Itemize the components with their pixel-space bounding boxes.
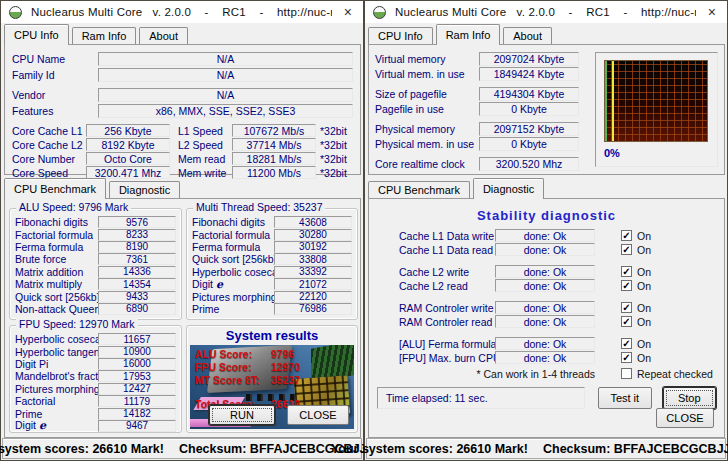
- status-field: done: Ok: [495, 243, 595, 256]
- test-it-button[interactable]: Test it: [598, 387, 652, 409]
- ram-row: Pagefile in use0 Kbyte: [375, 102, 587, 116]
- benchmark-row: Non-attack Queens6890: [10, 303, 181, 315]
- metric-value: 33808: [274, 253, 352, 265]
- ram-value: 1849424 Kbyte: [479, 67, 579, 81]
- metric-value: 76986: [274, 303, 352, 315]
- close-icon[interactable]: ×: [341, 5, 355, 19]
- metric-value: 21072: [274, 278, 352, 290]
- metric-value: 14336: [98, 266, 176, 278]
- benchmark-row: Brute force7361: [10, 253, 181, 265]
- alu-speed-group: ALU Speed: 9796 Mark Fibonachi digits957…: [9, 208, 182, 320]
- main-tabstrip: CPU Info Ram Info About: [1, 23, 363, 44]
- window-title: Nuclearus Multi Core v. 2.0.0 - RC1 - ht…: [395, 6, 696, 18]
- on-checkbox-checked[interactable]: ✓: [621, 244, 632, 255]
- speed-value: 11200 Mb/s: [232, 166, 316, 179]
- usage-trace-green: [605, 61, 607, 141]
- usage-trace-yellow: [612, 61, 614, 141]
- speed-value: 18281 Mb/s: [232, 152, 316, 165]
- benchmark-row: Hyperbolic cosecant11657: [10, 333, 181, 345]
- repeat-checkbox-unchecked[interactable]: [621, 368, 632, 379]
- metric-value: 8233: [98, 229, 176, 241]
- time-elapsed-field: Time elapsed: 11 sec.: [377, 387, 585, 409]
- status-bar: Your system scores: 26610 Mark! Checksum…: [366, 438, 726, 459]
- perf-value: 256 Kbyte: [86, 124, 170, 137]
- speed-label: L1 Speed: [178, 125, 232, 137]
- tab-diagnostic[interactable]: Diagnostic: [109, 181, 180, 198]
- metric-value: 9433: [98, 291, 176, 303]
- benchmark-row: Ferma formula30192: [187, 241, 357, 253]
- tab-ram-info[interactable]: Ram Info: [436, 24, 501, 45]
- cpu-info-panel: CPU Name N/A Family Id N/A Vendor N/A Fe…: [4, 44, 361, 175]
- alu-group-title: ALU Speed: 9796 Mark: [16, 201, 131, 213]
- window-ram-info: Nuclearus Multi Core v. 2.0.0 - RC1 - ht…: [364, 0, 728, 461]
- ram-value: 2097024 Kbyte: [479, 52, 579, 66]
- close-icon[interactable]: ×: [705, 5, 719, 19]
- metric-value: 8190: [98, 241, 176, 253]
- tab-cpu-info[interactable]: CPU Info: [4, 24, 69, 45]
- status-field: done: Ok: [495, 265, 595, 278]
- app-icon: [9, 6, 22, 19]
- status-field: done: Ok: [495, 301, 595, 314]
- on-checkbox-checked[interactable]: ✓: [621, 280, 632, 291]
- tab-cpu-info[interactable]: CPU Info: [368, 27, 433, 44]
- on-checkbox-checked[interactable]: ✓: [621, 338, 632, 349]
- speed-label: Mem read: [178, 153, 232, 165]
- tab-about[interactable]: About: [139, 27, 188, 44]
- on-checkbox-checked[interactable]: ✓: [621, 302, 632, 313]
- bit-label: *32bit: [320, 139, 347, 151]
- status-field: done: Ok: [495, 351, 595, 364]
- fpu-speed-group: FPU Speed: 12970 Mark Hyperbolic cosecan…: [9, 325, 182, 433]
- metric-value: 11657: [98, 333, 176, 345]
- titlebar: Nuclearus Multi Core v. 2.0.0 - RC1 - ht…: [1, 1, 363, 23]
- on-checkbox-checked[interactable]: ✓: [621, 352, 632, 363]
- benchmark-close-button[interactable]: CLOSE: [287, 405, 349, 425]
- mt-group-title: Multi Thread Speed: 35237: [193, 201, 325, 213]
- benchmark-row: Prime76986: [187, 303, 357, 315]
- ram-value: 3200.520 Mhz: [479, 157, 579, 171]
- metric-value: 17953: [98, 370, 176, 382]
- euler-e-glyph: e: [39, 419, 46, 432]
- ram-row: Core realtime clock3200.520 Mhz: [375, 157, 587, 171]
- run-button[interactable]: RUN: [209, 405, 275, 425]
- repeat-checked-label: Repeat checked: [637, 368, 713, 380]
- status-field: done: Ok: [495, 229, 595, 242]
- checksum-text: Checksum: BFFAJCEBCGCBJJ.DAB: [543, 442, 728, 456]
- stop-button[interactable]: Stop: [663, 387, 717, 409]
- diagnostic-row: Cache L1 Data write done: Ok ✓On: [399, 229, 724, 242]
- threads-footnote: * Can work in 1-4 threads: [399, 368, 595, 380]
- footnote-row: * Can work in 1-4 threads Repeat checked: [399, 367, 724, 380]
- sub-tabstrip: CPU Benchmark Diagnostic: [365, 177, 547, 198]
- tab-about[interactable]: About: [503, 27, 552, 44]
- tab-cpu-benchmark[interactable]: CPU Benchmark: [368, 181, 470, 198]
- ram-usage-heatgrid: [604, 60, 708, 142]
- window-title: Nuclearus Multi Core v. 2.0.0 - RC1 - ht…: [31, 6, 332, 18]
- perf-value: Octo Core: [86, 152, 170, 165]
- time-row: Time elapsed: 11 sec. Test it Stop: [377, 387, 716, 409]
- main-tabstrip: CPU Info Ram Info About: [365, 23, 727, 44]
- metric-value: 14182: [98, 408, 176, 420]
- diagnostic-row: Cache L1 Data read done: Ok ✓On: [399, 243, 724, 256]
- mt-score-line: MT Score 8T:35237: [195, 374, 300, 387]
- diagnostic-row: RAM Controler write done: Ok ✓On: [399, 301, 724, 314]
- tab-diagnostic[interactable]: Diagnostic: [473, 178, 544, 199]
- ram-row: Virtual mem. in use1849424 Kbyte: [375, 67, 587, 81]
- on-checkbox-checked[interactable]: ✓: [621, 230, 632, 241]
- cpu-name-value: N/A: [98, 52, 353, 66]
- fpu-score-line: FPU Score:12970: [195, 361, 300, 374]
- metric-value: 11179: [98, 395, 176, 407]
- system-score-text: Your system scores: 26610 Mark!: [0, 442, 164, 456]
- benchmark-row: Quick sort [256kb]9433: [10, 290, 181, 302]
- app-icon: [373, 6, 386, 19]
- tab-cpu-benchmark[interactable]: CPU Benchmark: [4, 178, 106, 199]
- tab-ram-info[interactable]: Ram Info: [72, 27, 137, 44]
- diagnostic-row: [ALU] Ferma formula done: Ok ✓On: [399, 337, 724, 350]
- on-checkbox-checked[interactable]: ✓: [621, 266, 632, 277]
- metric-value: 9576: [98, 216, 176, 228]
- perf-row: Core Cache L1 256 Kbyte L1 Speed 107672 …: [12, 124, 353, 137]
- vendor-value: N/A: [98, 88, 353, 102]
- speed-label: Mem write: [178, 167, 232, 179]
- metric-value: 43608: [274, 216, 352, 228]
- benchmark-panel: ALU Speed: 9796 Mark Fibonachi digits957…: [4, 198, 361, 438]
- on-checkbox-checked[interactable]: ✓: [621, 316, 632, 327]
- diagnostic-close-button[interactable]: CLOSE: [656, 408, 714, 428]
